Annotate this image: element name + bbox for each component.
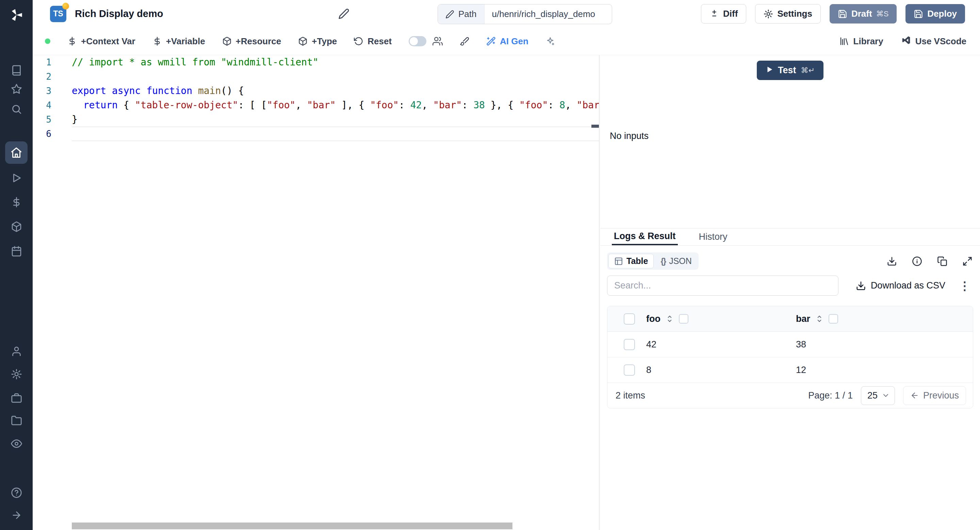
download-result-icon[interactable]	[887, 256, 897, 267]
select-all-checkbox[interactable]	[624, 313, 635, 325]
code-line[interactable]: // import * as wmill from "windmill-clie…	[72, 55, 600, 69]
braces-icon: {}	[660, 257, 666, 266]
path-value[interactable]: u/henri/rich_display_demo	[485, 5, 612, 24]
docs-icon[interactable]	[9, 63, 24, 78]
audit-eye-icon[interactable]	[9, 436, 24, 451]
wand-icon	[486, 37, 496, 46]
previous-page-button[interactable]: Previous	[903, 386, 966, 405]
tab-history[interactable]: History	[697, 228, 730, 245]
chevron-down-icon	[882, 391, 890, 399]
add-context-var-button[interactable]: +Context Var	[67, 36, 135, 47]
windmill-logo[interactable]	[8, 6, 25, 24]
settings-button[interactable]: Settings	[755, 4, 821, 24]
cell-bar: 38	[790, 339, 973, 350]
code-line[interactable]	[72, 127, 600, 141]
panel-divider[interactable]	[599, 55, 600, 530]
sort-icon[interactable]	[665, 314, 674, 323]
add-variable-button[interactable]: +Variable	[153, 36, 205, 47]
deploy-button[interactable]: Deploy	[905, 4, 965, 24]
cell-foo: 8	[640, 365, 790, 375]
runs-icon[interactable]	[9, 170, 24, 185]
line-number: 3	[33, 84, 72, 98]
page-size-value: 25	[867, 390, 878, 401]
format-button[interactable]	[460, 37, 469, 46]
ai-gen-label: AI Gen	[500, 36, 528, 47]
resources-icon[interactable]	[9, 219, 24, 234]
settings-label: Settings	[777, 8, 812, 19]
main-area: TS Rich Display demo Path u/henri/rich_d…	[33, 0, 980, 530]
page-size-select[interactable]: 25	[861, 386, 895, 405]
view-json-button[interactable]: {} JSON	[655, 254, 697, 268]
reset-button[interactable]: Reset	[354, 36, 392, 47]
line-number: 1	[33, 55, 72, 69]
sparkles-icon	[546, 37, 555, 46]
copy-icon[interactable]	[937, 256, 947, 267]
table-header: foo bar	[608, 306, 973, 332]
collab-toggle[interactable]	[409, 36, 426, 46]
user-icon[interactable]	[9, 344, 24, 359]
add-type-label: +Type	[312, 36, 337, 47]
code-line[interactable]: export async function main() {	[72, 84, 600, 98]
edit-summary-pencil-icon[interactable]	[338, 8, 350, 19]
diff-icon	[710, 9, 719, 19]
top-header: TS Rich Display demo Path u/henri/rich_d…	[33, 0, 980, 27]
library-icon	[839, 36, 850, 46]
diff-label: Diff	[723, 8, 738, 19]
add-type-button[interactable]: +Type	[298, 36, 337, 47]
row-checkbox[interactable]	[624, 339, 635, 350]
add-resource-button[interactable]: +Resource	[222, 36, 282, 47]
settings-gear-icon[interactable]	[9, 367, 24, 382]
use-vscode-button[interactable]: Use VScode	[901, 35, 966, 48]
path-label-text: Path	[458, 9, 477, 19]
assistant-button[interactable]	[546, 37, 555, 46]
help-icon[interactable]	[9, 485, 24, 500]
users-icon	[433, 36, 443, 46]
code-line[interactable]: return { "table-row-object": [ ["foo", "…	[72, 98, 600, 112]
info-icon[interactable]	[912, 256, 922, 267]
home-icon[interactable]	[5, 141, 27, 164]
horizontal-scrollbar[interactable]	[72, 522, 512, 529]
column-header-bar[interactable]: bar	[796, 314, 810, 324]
column-filter-checkbox[interactable]	[679, 314, 688, 324]
path-edit-button[interactable]: Path	[438, 5, 485, 24]
right-panel: Test ⌘↵ No inputs Logs & Result History …	[600, 55, 980, 530]
column-header-foo[interactable]: foo	[646, 314, 660, 324]
sort-icon[interactable]	[815, 314, 824, 323]
test-button[interactable]: Test ⌘↵	[757, 61, 824, 80]
expand-sidebar-icon[interactable]	[9, 508, 24, 522]
expand-icon[interactable]	[962, 256, 972, 267]
search-icon[interactable]	[9, 102, 24, 117]
view-json-label: JSON	[669, 256, 692, 266]
tab-logs-result[interactable]: Logs & Result	[612, 228, 678, 245]
ts-badge-emoji-icon	[62, 3, 69, 10]
code-editor[interactable]: 1// import * as wmill from "windmill-cli…	[33, 55, 600, 530]
schedules-icon[interactable]	[9, 244, 24, 259]
star-icon[interactable]	[9, 81, 24, 96]
view-table-button[interactable]: Table	[608, 254, 654, 268]
test-shortcut: ⌘↵	[801, 66, 815, 75]
draft-button[interactable]: Draft ⌘S	[830, 4, 897, 24]
workers-icon[interactable]	[9, 390, 24, 405]
download-icon	[856, 281, 866, 291]
download-csv-button[interactable]: Download as CSV	[856, 280, 945, 291]
table-row: 812	[608, 357, 973, 383]
code-lines: 1// import * as wmill from "windmill-cli…	[33, 55, 600, 141]
folders-icon[interactable]	[9, 413, 24, 428]
table-search-input[interactable]	[607, 276, 838, 296]
column-filter-checkbox[interactable]	[829, 314, 838, 324]
ai-gen-button[interactable]: AI Gen	[486, 36, 528, 47]
cell-foo: 42	[640, 339, 790, 350]
reset-label: Reset	[368, 36, 392, 47]
ellipsis-vertical-icon[interactable]: ⋮	[959, 280, 970, 292]
diff-button[interactable]: Diff	[701, 4, 746, 24]
typescript-badge-label: TS	[53, 9, 63, 18]
gear-icon	[764, 9, 773, 19]
variables-icon[interactable]	[9, 195, 24, 209]
library-button[interactable]: Library	[839, 36, 883, 47]
editor-toolbar: +Context Var +Variable +Resource +Type R…	[33, 27, 980, 55]
row-checkbox[interactable]	[624, 364, 635, 376]
code-line[interactable]: }	[72, 112, 600, 127]
table-footer: 2 items Page: 1 / 1 25 Previous	[608, 383, 973, 408]
code-line[interactable]	[72, 69, 600, 84]
overview-ruler-mark	[592, 125, 600, 128]
